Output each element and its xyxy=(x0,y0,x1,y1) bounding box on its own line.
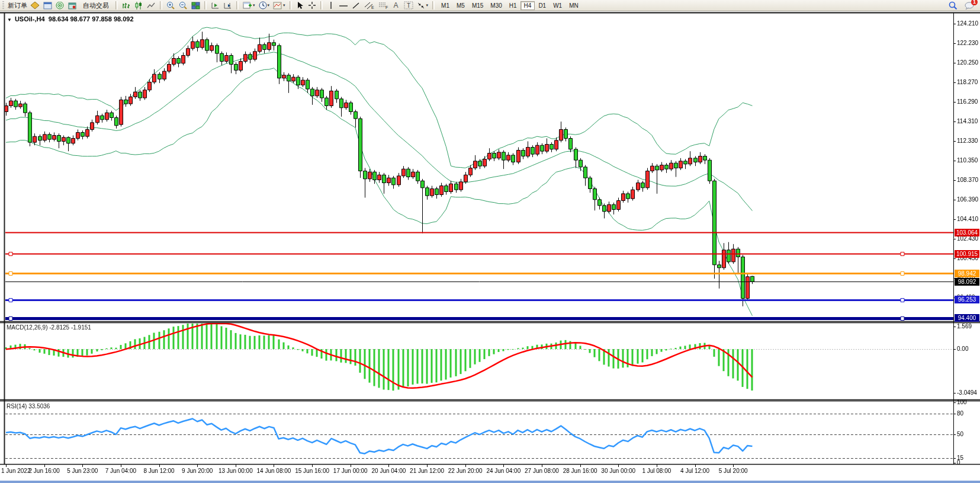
price-line-badge: 98.092 xyxy=(955,278,979,286)
toolbar: 新订单 自动交易 xyxy=(0,0,980,11)
date-axis-label[interactable]: 5 Jun 23:00 xyxy=(67,468,98,474)
date-axis-label[interactable]: 9 Jun 20:00 xyxy=(182,468,213,474)
window-bottom-edge xyxy=(0,481,980,483)
toolbar-separator xyxy=(115,1,118,9)
tf-button-M5[interactable]: M5 xyxy=(453,1,468,10)
timeframe-group: M1M5M15M30H1H4D1W1MN xyxy=(438,1,582,10)
rsi-indicator-label: RSI(14) 33.5036 xyxy=(7,403,50,410)
price-line-badge: 100.915 xyxy=(955,250,979,258)
toolbar-grip[interactable] xyxy=(2,1,4,9)
svg-text:F: F xyxy=(385,5,388,9)
date-axis-label[interactable]: 1 Jul 08:00 xyxy=(642,468,671,474)
date-axis-label[interactable]: 2 Jun 16:00 xyxy=(28,468,59,474)
toolbar-separator xyxy=(432,1,435,9)
tf-button-H1[interactable]: H1 xyxy=(506,1,520,10)
price-line-badge: 94.400 xyxy=(955,314,979,322)
macd-axis-label: 1.569 xyxy=(957,323,972,330)
date-axis-label[interactable]: 1 Jun 2022 xyxy=(1,468,31,474)
date-axis-label[interactable]: 27 Jun 08:00 xyxy=(525,468,559,474)
date-axis-label[interactable]: 24 Jun 04:00 xyxy=(486,468,520,474)
date-axis-label[interactable]: 17 Jun 00:00 xyxy=(333,468,368,474)
crosshair-icon[interactable] xyxy=(307,1,317,11)
date-axis-label[interactable]: 13 Jun 00:00 xyxy=(219,468,253,474)
tile-windows-icon[interactable] xyxy=(190,1,201,11)
price-tick-label: 110.350 xyxy=(957,157,978,164)
tf-button-W1[interactable]: W1 xyxy=(550,1,565,10)
chart-title: ▼USOil-,H4 98.634 98.677 97.858 98.092 xyxy=(7,15,134,23)
vertical-line-tool[interactable] xyxy=(326,1,336,11)
svg-text:T: T xyxy=(407,2,410,9)
price-tick-label: 112.330 xyxy=(957,137,978,144)
date-axis-label[interactable]: 20 Jun 04:00 xyxy=(371,468,406,474)
date-axis-label[interactable]: 8 Jun 12:00 xyxy=(143,468,174,474)
date-axis-label[interactable]: 21 Jun 12:00 xyxy=(410,468,444,474)
tf-button-M1[interactable]: M1 xyxy=(438,1,453,10)
price-tick-label: 108.370 xyxy=(957,177,978,183)
arrows-tool[interactable]: ▾ xyxy=(416,1,430,11)
cursor-icon[interactable] xyxy=(295,1,306,11)
text-tool[interactable]: A xyxy=(391,1,401,11)
date-axis-label[interactable]: 4 Jul 12:00 xyxy=(680,468,709,474)
one-click-trading-toggle-icon[interactable]: ▼ xyxy=(7,17,12,23)
toolbar-separator xyxy=(204,1,207,9)
notification-count-badge: 1 xyxy=(971,0,978,5)
text-label-tool[interactable]: T xyxy=(403,1,415,11)
chart-line-icon[interactable] xyxy=(146,1,157,11)
price-tick-label: 104.410 xyxy=(957,216,978,222)
chart-symbol-period: USOil-,H4 xyxy=(15,15,45,23)
chart-quote-ohlc: 98.634 98.677 97.858 98.092 xyxy=(49,15,134,23)
chart-candles-icon[interactable] xyxy=(133,1,144,11)
new-chart-button[interactable]: ▾ xyxy=(242,1,256,11)
terminal-icon[interactable] xyxy=(67,1,78,11)
tf-button-D1[interactable]: D1 xyxy=(535,1,550,10)
toolbar-separator xyxy=(236,1,239,9)
toolbar-separator xyxy=(290,1,292,9)
chevron-down-icon: ▾ xyxy=(426,3,429,8)
price-tick-label: 116.290 xyxy=(957,98,978,105)
date-axis-label[interactable]: 14 Jun 08:00 xyxy=(257,468,291,474)
data-window-icon[interactable] xyxy=(42,1,53,11)
date-axis-label[interactable]: 15 Jun 16:00 xyxy=(295,468,329,474)
channel-tool[interactable]: E xyxy=(362,1,375,11)
tf-button-M30[interactable]: M30 xyxy=(487,1,505,10)
toolbar-separator xyxy=(160,1,162,9)
zoom-in-icon[interactable] xyxy=(165,1,176,11)
rsi-axis-label: 100 xyxy=(957,399,967,405)
macd-indicator-label: MACD(12,26,9) -2.8125 -1.9151 xyxy=(7,324,91,331)
notifications-icon[interactable]: 1 xyxy=(963,1,975,11)
trendline-tool[interactable] xyxy=(351,1,361,11)
tf-button-MN[interactable]: MN xyxy=(565,1,582,10)
rsi-axis-label: 80 xyxy=(957,410,963,417)
autotrading-button[interactable]: 自动交易 xyxy=(79,1,113,11)
chart-canvas[interactable] xyxy=(0,0,980,483)
chevron-down-icon: ▾ xyxy=(253,3,255,8)
new-order-button[interactable]: 新订单 xyxy=(7,1,28,11)
chevron-down-icon: ▾ xyxy=(283,3,285,8)
price-tick-label: 106.390 xyxy=(957,196,978,203)
date-axis-label[interactable]: 22 Jun 20:00 xyxy=(448,468,483,474)
macd-axis-label: 0.00 xyxy=(957,346,968,352)
periods-button[interactable]: ▾ xyxy=(258,1,271,11)
price-line-badge: 98.942 xyxy=(955,270,979,277)
search-icon[interactable] xyxy=(947,1,959,11)
tf-button-M15[interactable]: M15 xyxy=(468,1,487,10)
indicators-button[interactable]: ▾ xyxy=(272,1,287,11)
date-axis-label[interactable]: 28 Jun 16:00 xyxy=(563,468,597,474)
zoom-out-icon[interactable] xyxy=(178,1,189,11)
svg-text:E: E xyxy=(371,5,374,9)
navigator-icon[interactable] xyxy=(54,1,66,11)
rsi-axis-label: 50 xyxy=(957,431,963,437)
horizontal-line-tool[interactable] xyxy=(338,1,349,11)
rsi-axis-label: 0 xyxy=(957,459,960,466)
tf-button-H4[interactable]: H4 xyxy=(520,1,535,10)
date-axis-label[interactable]: 5 Jul 20:00 xyxy=(719,468,748,474)
chart-bars-icon[interactable] xyxy=(121,1,132,11)
date-axis-label[interactable]: 30 Jun 00:00 xyxy=(601,468,635,474)
scale-fix-icon[interactable] xyxy=(222,1,233,11)
market-watch-icon[interactable] xyxy=(30,1,41,11)
fibonacci-tool[interactable]: F xyxy=(377,1,390,11)
price-tick-label: 122.230 xyxy=(957,40,978,46)
date-axis-label[interactable]: 7 Jun 04:00 xyxy=(105,468,136,474)
macd-axis-label: -3.0494 xyxy=(957,389,977,396)
auto-arrange-icon[interactable] xyxy=(210,1,221,11)
